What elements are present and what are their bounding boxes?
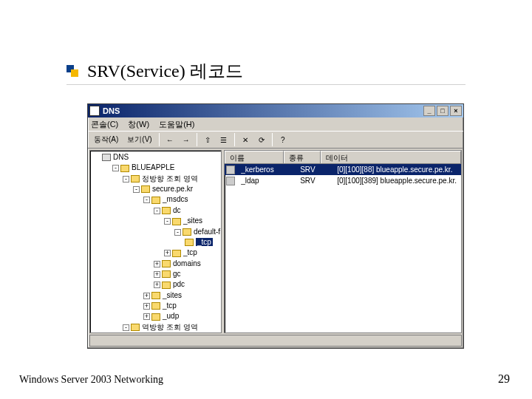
back-button[interactable]: ← <box>163 132 177 147</box>
toolbar-separator <box>159 133 160 146</box>
cell-data: [0][100][88] blueapple.secure.pe.kr. <box>332 166 461 174</box>
statusbar <box>89 335 462 347</box>
tree-rev-zone[interactable]: -역방향 조회 영역 +10.210.in-addr.arpa +in-addr… <box>123 322 219 333</box>
expand-toggle[interactable]: + <box>143 303 150 310</box>
expand-toggle[interactable]: + <box>154 271 160 278</box>
tree-tcp2[interactable]: +_tcp <box>164 248 219 258</box>
tree-tcp-node[interactable]: +_tcp <box>143 301 219 311</box>
tree-pane[interactable]: DNS -BLUEAPPLE -정방향 조회 영역 -secure.pe.kr … <box>89 150 222 333</box>
toolbar-separator <box>234 133 235 146</box>
expand-toggle[interactable]: - <box>133 186 140 193</box>
minimize-button[interactable]: _ <box>423 106 435 116</box>
expand-toggle[interactable]: - <box>123 324 129 331</box>
menu-window[interactable]: 창(W) <box>128 120 149 129</box>
dns-mmc-window: DNS _ □ × 콘솔(C) 창(W) 도움말(H) 동작(A) 보기(V) … <box>87 103 464 349</box>
folder-icon <box>162 270 171 278</box>
expand-toggle[interactable]: - <box>123 176 129 183</box>
slide-title: SRV(Service) 레코드 <box>87 59 243 83</box>
toolbar: 동작(A) 보기(V) ← → ⇧ ☰ ✕ ⟳ ? <box>88 131 463 149</box>
tree-pdc[interactable]: +pdc <box>154 279 219 290</box>
expand-toggle[interactable]: - <box>112 165 119 171</box>
folder-icon <box>162 207 171 214</box>
col-name[interactable]: 이름 <box>225 151 284 163</box>
col-type[interactable]: 종류 <box>284 151 321 163</box>
page-number: 29 <box>498 372 510 386</box>
cell-type: SRV <box>296 177 332 185</box>
expand-toggle[interactable]: + <box>164 250 171 256</box>
toolbar-separator <box>272 133 273 146</box>
expand-toggle[interactable]: - <box>164 218 171 225</box>
folder-icon <box>172 250 181 257</box>
folder-icon <box>151 313 160 321</box>
tree-rev1[interactable]: +10.210.in-addr.arpa <box>133 332 219 333</box>
tree-sites-node[interactable]: +_sites <box>143 290 219 301</box>
tree-msdcs[interactable]: -_msdcs -dc -_sites <box>143 194 219 290</box>
list-row[interactable]: _kerberos SRV [0][100][88] blueapple.sec… <box>225 164 461 175</box>
properties-button[interactable]: ☰ <box>216 132 231 147</box>
folder-icon <box>185 239 194 246</box>
up-button[interactable]: ⇧ <box>200 132 215 147</box>
expand-toggle[interactable]: + <box>154 261 160 267</box>
action-menu-button[interactable]: 동작(A) <box>90 132 122 147</box>
close-button[interactable]: × <box>450 106 462 116</box>
record-icon <box>226 177 235 185</box>
expand-toggle[interactable]: + <box>154 282 160 288</box>
tree-domains[interactable]: +domains <box>154 259 219 269</box>
tree-first-site[interactable]: -default-first-site-name _tcp <box>174 227 219 248</box>
footer-left: Windows Server 2003 Networking <box>19 374 163 386</box>
expand-toggle[interactable]: - <box>143 197 150 203</box>
folder-icon <box>183 228 191 236</box>
tree-fwd-zone[interactable]: -정방향 조회 영역 -secure.pe.kr -_msdcs -dc <box>123 174 219 322</box>
zone-icon <box>141 185 150 193</box>
cell-name: _kerberos <box>236 166 296 174</box>
server-icon <box>120 165 129 172</box>
folder-icon <box>172 218 181 225</box>
window-title: DNS <box>103 106 120 115</box>
tree-domain[interactable]: -secure.pe.kr -_msdcs -dc -_sites <box>133 184 219 322</box>
tree-tcp-selected[interactable]: _tcp <box>185 237 219 248</box>
folder-icon <box>151 197 160 204</box>
menu-help[interactable]: 도움말(H) <box>159 120 194 129</box>
cell-type: SRV <box>296 166 332 174</box>
list-row[interactable]: _ldap SRV [0][100][389] blueapple.secure… <box>225 175 461 186</box>
column-headers: 이름 종류 데이터 <box>225 151 461 164</box>
console-root-icon <box>102 154 111 161</box>
folder-icon <box>162 282 171 289</box>
menu-console[interactable]: 콘솔(C) <box>91 120 118 129</box>
folder-icon <box>162 260 171 267</box>
cell-name: _ldap <box>236 177 296 185</box>
maximize-button[interactable]: □ <box>437 106 449 116</box>
tree-dc[interactable]: -dc -_sites -default-first-site-name <box>154 205 219 259</box>
title-bullet-icon <box>66 65 78 77</box>
cell-data: [0][100][389] blueapple.secure.pe.kr. <box>332 177 461 185</box>
titlebar[interactable]: DNS _ □ × <box>88 104 463 117</box>
folder-icon <box>151 302 160 310</box>
expand-toggle[interactable]: - <box>174 229 181 236</box>
menubar: 콘솔(C) 창(W) 도움말(H) <box>88 117 463 131</box>
expand-toggle[interactable]: + <box>143 293 150 299</box>
tree-server[interactable]: -BLUEAPPLE -정방향 조회 영역 -secure.pe.kr -_ms… <box>112 163 219 333</box>
forward-button[interactable]: → <box>179 132 194 147</box>
title-divider <box>66 84 466 85</box>
col-data[interactable]: 데이터 <box>321 151 461 163</box>
folder-icon <box>131 175 140 183</box>
list-rows: _kerberos SRV [0][100][88] blueapple.sec… <box>225 164 461 332</box>
expand-toggle[interactable]: + <box>143 313 150 320</box>
tree-sites[interactable]: -_sites -default-first-site-name _tcp <box>164 216 219 248</box>
refresh-button[interactable]: ⟳ <box>254 132 269 147</box>
expand-toggle[interactable]: - <box>154 208 160 214</box>
delete-button[interactable]: ✕ <box>238 132 253 147</box>
toolbar-separator <box>197 133 197 146</box>
tree-gc[interactable]: +gc <box>154 269 219 279</box>
folder-icon <box>131 324 140 331</box>
app-icon <box>89 106 100 116</box>
tree-root[interactable]: DNS -BLUEAPPLE -정방향 조회 영역 -secure.pe.kr … <box>102 152 219 333</box>
view-menu-button[interactable]: 보기(V) <box>123 132 155 147</box>
folder-icon <box>151 292 160 299</box>
list-pane[interactable]: 이름 종류 데이터 _kerberos SRV [0][100][88] blu… <box>224 150 462 333</box>
help-button[interactable]: ? <box>276 132 290 147</box>
record-icon <box>226 166 235 174</box>
tree-udp-node[interactable]: +_udp <box>143 311 219 321</box>
